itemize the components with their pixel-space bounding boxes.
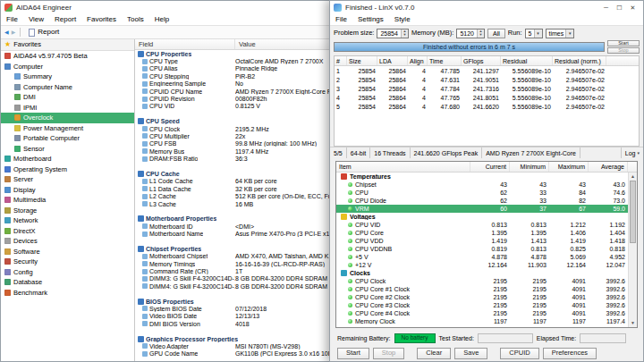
scrollbar-track[interactable] — [629, 243, 637, 319]
aida-menu-file[interactable]: File — [1, 16, 23, 23]
sidebar-item-sensor[interactable]: Sensor — [1, 144, 134, 155]
run-unit-select[interactable]: times ▾ — [546, 29, 575, 38]
sidebar-item-computer-name[interactable]: Computer Name — [1, 82, 134, 93]
sidebar-item-devices[interactable]: Devices — [1, 236, 134, 247]
sensor-group-clocks[interactable]: Clocks — [336, 269, 628, 277]
sensor-group-voltages[interactable]: Voltages — [336, 213, 628, 221]
cpuid-button[interactable]: CPUID — [500, 348, 538, 359]
aida-menu-report[interactable]: Report — [49, 16, 81, 23]
start-mini-button[interactable]: Start — [607, 40, 640, 46]
results-cell: 2.946507e-02 — [553, 68, 606, 74]
minimize-button[interactable]: ─ — [599, 2, 613, 13]
save-button[interactable]: Save — [454, 348, 487, 359]
sidebar-item-power-management[interactable]: Power Management — [1, 123, 134, 134]
forward-icon[interactable]: ▶ — [12, 29, 16, 35]
linx-menu-style[interactable]: Style — [389, 16, 416, 23]
sensor-row-cpu-vdd[interactable]: CPU VDD1.4191.4131.4191.418 — [336, 237, 628, 245]
sidebar-item-summary[interactable]: Summary — [1, 72, 134, 82]
sensor-value: 4091 — [549, 310, 589, 316]
report-button[interactable]: Report — [25, 28, 63, 38]
scroll-up-icon[interactable]: ▲ — [629, 173, 637, 181]
sidebar-item-storage[interactable]: Storage — [1, 206, 134, 216]
sensor-row-12-v[interactable]: +12 V12.16411.90312.16412.047 — [336, 261, 628, 269]
sensor-row-cpu-core-2-clock[interactable]: CPU Core #2 Clock2195219540913992.6 — [336, 293, 628, 301]
sensor-row-cpu-core-1-clock[interactable]: CPU Core #1 Clock2195219540913992.6 — [336, 285, 628, 293]
column-header-field[interactable]: Field — [135, 39, 235, 49]
maximize-button[interactable]: ☐ — [613, 2, 626, 13]
sidebar-item-computer[interactable]: Computer — [1, 62, 134, 72]
results-column-time[interactable]: Time — [428, 56, 462, 65]
memory-input[interactable]: 5120 ▲▼ — [456, 29, 485, 38]
sensor-row-cpu-core-3-clock[interactable]: CPU Core #3 Clock2195219540913992.6 — [336, 301, 628, 309]
back-icon[interactable]: ◀ — [4, 29, 9, 35]
sidebar-item-dmi[interactable]: DMI — [1, 92, 134, 103]
sidebar-item-overclock[interactable]: Overclock — [1, 113, 134, 123]
stop-button[interactable]: Stop — [373, 348, 404, 359]
run-count-select[interactable]: 5 ▾ — [525, 29, 543, 38]
sidebar-item-multimedia[interactable]: Multimedia — [1, 195, 134, 206]
preferences-button[interactable]: Preferences — [543, 348, 597, 359]
sensor-column-maximum[interactable]: Maximum — [549, 162, 589, 172]
close-button[interactable]: ✕ — [626, 2, 640, 13]
aida-menu-favorites[interactable]: Favorites — [81, 16, 122, 23]
results-column-gflops[interactable]: GFlops — [462, 56, 501, 65]
sidebar-item-benchmark[interactable]: Benchmark — [1, 288, 134, 299]
scroll-down-icon[interactable]: ▼ — [629, 319, 637, 327]
sensor-row-cpu[interactable]: CPU62338474.6 — [336, 189, 628, 197]
stop-mini-button[interactable]: Stop — [607, 47, 640, 54]
linx-menu-file[interactable]: File — [330, 16, 352, 23]
sensor-row-cpu-vddnb[interactable]: CPU VDDNB0.8190.8130.8250.818 — [336, 245, 628, 253]
sensor-row-vrm[interactable]: VRM60376759.0 — [336, 205, 628, 213]
sidebar-item-ipmi[interactable]: IPMI — [1, 103, 134, 114]
sidebar-item-server[interactable]: Server — [1, 174, 134, 185]
sidebar-item-motherboard[interactable]: Motherboard — [1, 154, 134, 164]
sidebar-item-directx[interactable]: DirectX — [1, 226, 134, 237]
clear-button[interactable]: Clear — [417, 348, 451, 359]
sensor-item-label: CPU Core — [355, 230, 384, 236]
sidebar-item-network[interactable]: Network — [1, 215, 134, 226]
aida-menu-view[interactable]: View — [23, 16, 49, 23]
all-button[interactable]: All — [487, 29, 505, 38]
results-column-residual-norm[interactable]: Residual (norm.) — [553, 56, 606, 65]
sidebar-item-config[interactable]: Config — [1, 267, 134, 278]
problem-size-spinner[interactable]: ▲▼ — [401, 29, 408, 38]
sidebar-item-operating-system[interactable]: Operating System — [1, 164, 134, 175]
sensor-row-cpu-core-4-clock[interactable]: CPU Core #4 Clock2195219540913992.6 — [336, 309, 628, 317]
results-column-size[interactable]: Size — [347, 56, 377, 65]
sidebar-item-aida64-v5-97-4705-beta[interactable]: AIDA64 v5.97.4705 Beta — [1, 51, 134, 62]
sidebar-item-portable-computer[interactable]: Portable Computer — [1, 133, 134, 144]
sensor-group-temperatures[interactable]: Temperatures — [336, 173, 628, 181]
scrollbar-thumb[interactable] — [630, 181, 636, 243]
linx-menu-settings[interactable]: Settings — [352, 16, 389, 23]
aida-menu-tools[interactable]: Tools — [122, 16, 149, 23]
sensor-scrollbar[interactable]: ▲ ▼ — [628, 173, 637, 327]
spin-down-icon[interactable]: ▼ — [402, 33, 408, 38]
results-column-lda[interactable]: LDA — [377, 56, 408, 65]
results-column-align[interactable]: Align — [408, 56, 428, 65]
sidebar-item-software[interactable]: Software — [1, 247, 134, 257]
chevron-down-icon: ▾ — [637, 151, 640, 156]
sensor-row-cpu-diode[interactable]: CPU Diode62338273.0 — [336, 197, 628, 205]
sidebar-item-display[interactable]: Display — [1, 185, 134, 196]
sensor-row-chipset[interactable]: Chipset43434343.0 — [336, 181, 628, 189]
sensor-row-5-v[interactable]: +5 V4.8784.8785.0694.952 — [336, 253, 628, 261]
problem-size-input[interactable]: 25854 ▲▼ — [377, 29, 408, 38]
tab-favorites[interactable]: ★ Favorites — [1, 39, 134, 51]
memory-spinner[interactable]: ▲▼ — [477, 29, 484, 38]
aida-menu-help[interactable]: Help — [149, 16, 174, 23]
sensor-row-cpu-core[interactable]: CPU Core1.3951.3951.4061.404 — [336, 229, 628, 237]
sidebar-item-security[interactable]: Security — [1, 257, 134, 267]
sidebar-item-database[interactable]: Database — [1, 277, 134, 288]
sensor-row-cpu-clock[interactable]: CPU Clock2195219540913992.6 — [336, 277, 628, 285]
sensor-column-minimum[interactable]: Minimum — [510, 162, 549, 172]
results-column-residual[interactable]: Residual — [501, 56, 553, 65]
results-column-[interactable]: # — [335, 56, 347, 65]
sensor-row-memory-clock[interactable]: Memory Clock1197119711971197.4 — [336, 317, 628, 325]
spin-down-icon[interactable]: ▼ — [478, 33, 484, 38]
sensor-column-item[interactable]: Item — [336, 162, 470, 172]
sensor-column-average[interactable]: Average — [589, 162, 628, 172]
status-segment-log[interactable]: Log▾ — [621, 147, 643, 158]
start-button[interactable]: Start — [337, 348, 369, 359]
sensor-column-current[interactable]: Current — [470, 162, 510, 172]
sensor-row-cpu-vid[interactable]: CPU VID0.8130.8131.2121.192 — [336, 221, 628, 229]
